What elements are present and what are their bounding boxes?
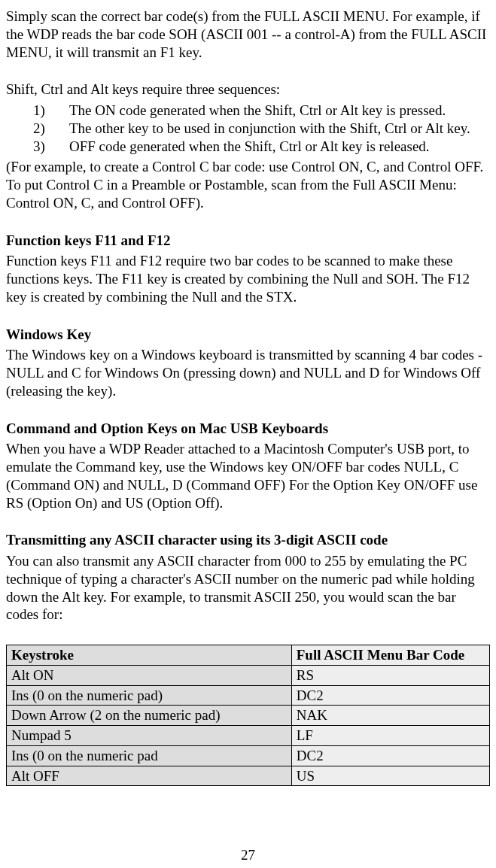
cell-keystroke: Alt OFF xyxy=(7,766,292,786)
paragraph-ascii-transmit: You can also transmit any ASCII characte… xyxy=(6,552,490,624)
cell-barcode: DC2 xyxy=(291,685,489,706)
cell-barcode: DC2 xyxy=(291,745,489,766)
cell-keystroke: Down Arrow (2 on the numeric pad) xyxy=(7,706,292,726)
cell-barcode: NAK xyxy=(291,706,489,726)
paragraph-mac-keys: When you have a WDP Reader attached to a… xyxy=(6,440,490,511)
paragraph-example: (For example, to create a Control C bar … xyxy=(6,158,490,211)
list-item: 1) The ON code generated when the Shift,… xyxy=(6,102,490,120)
table-row: Alt OFF US xyxy=(7,766,490,786)
paragraph-intro: Simply scan the correct bar code(s) from… xyxy=(6,8,490,61)
paragraph-sequences-intro: Shift, Ctrl and Alt keys require three s… xyxy=(6,80,490,99)
list-number: 2) xyxy=(6,120,57,138)
cell-keystroke: Numpad 5 xyxy=(7,726,292,746)
page-number: 27 xyxy=(6,846,490,864)
table-row: Ins (0 on the numeric pad DC2 xyxy=(7,745,490,766)
heading-windows-key: Windows Key xyxy=(6,326,490,344)
cell-barcode: US xyxy=(291,766,489,786)
paragraph-windows-key: The Windows key on a Windows keyboard is… xyxy=(6,346,490,399)
cell-keystroke: Alt ON xyxy=(7,665,292,685)
table-row: Down Arrow (2 on the numeric pad) NAK xyxy=(7,706,490,726)
table-header-barcode: Full ASCII Menu Bar Code xyxy=(291,645,489,666)
ascii-table: Keystroke Full ASCII Menu Bar Code Alt O… xyxy=(6,645,490,786)
paragraph-f11-f12: Function keys F11 and F12 require two ba… xyxy=(6,252,490,305)
heading-mac-keys: Command and Option Keys on Mac USB Keybo… xyxy=(6,420,490,438)
heading-ascii-transmit: Transmitting any ASCII character using i… xyxy=(6,531,490,549)
list-text: The other key to be used in conjunction … xyxy=(57,120,490,138)
table-row: Alt ON RS xyxy=(7,665,490,685)
cell-barcode: LF xyxy=(291,726,489,746)
table-row: Numpad 5 LF xyxy=(7,726,490,746)
list-number: 3) xyxy=(6,138,57,156)
heading-f11-f12: Function keys F11 and F12 xyxy=(6,232,490,250)
list-item: 3) OFF code generated when the Shift, Ct… xyxy=(6,138,490,156)
cell-keystroke: Ins (0 on the numeric pad) xyxy=(7,685,292,706)
cell-keystroke: Ins (0 on the numeric pad xyxy=(7,745,292,766)
table-row: Ins (0 on the numeric pad) DC2 xyxy=(7,685,490,706)
table-header-keystroke: Keystroke xyxy=(7,645,292,666)
cell-barcode: RS xyxy=(291,665,489,685)
ordered-list: 1) The ON code generated when the Shift,… xyxy=(6,102,490,155)
list-text: The ON code generated when the Shift, Ct… xyxy=(57,102,490,120)
list-text: OFF code generated when the Shift, Ctrl … xyxy=(57,138,490,156)
list-item: 2) The other key to be used in conjuncti… xyxy=(6,120,490,138)
list-number: 1) xyxy=(6,102,57,120)
